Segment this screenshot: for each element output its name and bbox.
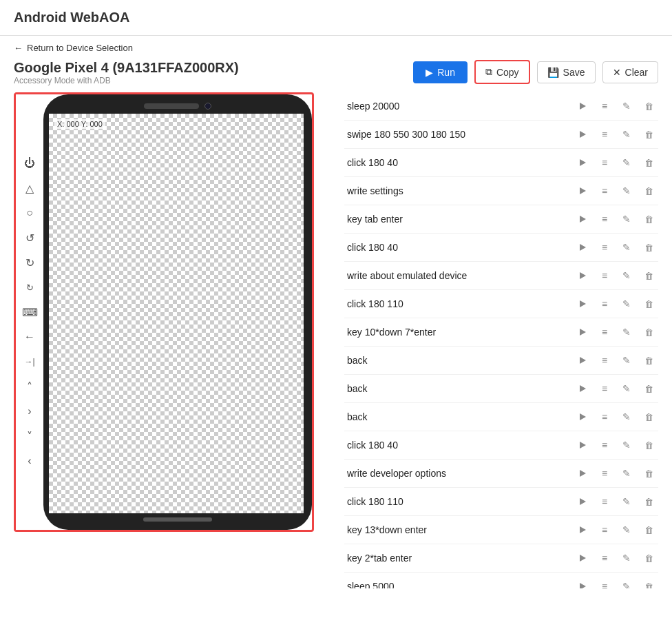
command-edit-btn[interactable]: ✎ xyxy=(617,379,636,398)
home-btn[interactable]: ○ xyxy=(20,203,39,223)
command-delete-btn[interactable]: 🗑 xyxy=(639,464,658,483)
up-btn[interactable]: ˄ xyxy=(20,377,39,396)
command-menu-btn[interactable]: ≡ xyxy=(595,96,614,116)
command-edit-btn[interactable]: ✎ xyxy=(617,548,636,568)
command-delete-btn[interactable]: 🗑 xyxy=(639,407,658,426)
back-btn[interactable]: △ xyxy=(20,178,39,198)
collapse-btn[interactable]: ‹ xyxy=(20,451,39,471)
command-delete-btn[interactable]: 🗑 xyxy=(639,238,658,257)
command-text: sleep 5000 xyxy=(344,581,570,588)
command-edit-btn[interactable]: ✎ xyxy=(617,238,636,257)
phone-screen[interactable]: X: 000 Y: 000 xyxy=(49,114,304,513)
command-edit-btn[interactable]: ✎ xyxy=(617,322,636,342)
command-menu-btn[interactable]: ≡ xyxy=(595,577,614,588)
keyboard-btn[interactable]: ⌨ xyxy=(20,302,39,322)
command-edit-btn[interactable]: ✎ xyxy=(617,464,636,483)
command-menu-btn[interactable]: ≡ xyxy=(595,379,614,398)
command-menu-btn[interactable]: ≡ xyxy=(595,435,614,455)
command-text: back xyxy=(344,355,570,366)
command-menu-btn[interactable]: ≡ xyxy=(595,351,614,370)
command-delete-btn[interactable]: 🗑 xyxy=(639,294,658,313)
command-delete-btn[interactable]: 🗑 xyxy=(639,520,658,539)
run-button[interactable]: ▶ Run xyxy=(413,61,468,83)
command-menu-btn[interactable]: ≡ xyxy=(595,153,614,172)
right-end-btn[interactable]: →| xyxy=(20,352,39,371)
down-btn[interactable]: ˅ xyxy=(20,426,39,446)
command-run-btn[interactable] xyxy=(573,181,592,200)
rotate-cw2-btn[interactable]: ↻ xyxy=(20,278,39,297)
command-run-btn[interactable] xyxy=(573,520,592,539)
side-controls: ⏻ △ ○ ↺ ↻ ↻ ⌨ ← →| ˄ › ˅ ‹ xyxy=(16,94,43,530)
command-run-btn[interactable] xyxy=(573,209,592,229)
command-edit-btn[interactable]: ✎ xyxy=(617,266,636,285)
save-button[interactable]: 💾 Save xyxy=(537,61,596,83)
command-edit-btn[interactable]: ✎ xyxy=(617,294,636,313)
command-menu-btn[interactable]: ≡ xyxy=(595,520,614,539)
command-text: click 180 40 xyxy=(344,157,570,168)
command-delete-btn[interactable]: 🗑 xyxy=(639,577,658,588)
command-edit-btn[interactable]: ✎ xyxy=(617,492,636,511)
right-btn[interactable]: › xyxy=(20,402,39,421)
command-run-btn[interactable] xyxy=(573,577,592,588)
back-to-device-selection-link[interactable]: ← Return to Device Selection xyxy=(0,36,672,60)
command-edit-btn[interactable]: ✎ xyxy=(617,209,636,229)
command-run-btn[interactable] xyxy=(573,351,592,370)
command-delete-btn[interactable]: 🗑 xyxy=(639,266,658,285)
command-run-btn[interactable] xyxy=(573,379,592,398)
command-edit-btn[interactable]: ✎ xyxy=(617,351,636,370)
rotate-cw-btn[interactable]: ↻ xyxy=(20,253,39,272)
command-delete-btn[interactable]: 🗑 xyxy=(639,322,658,342)
command-run-btn[interactable] xyxy=(573,294,592,313)
command-menu-btn[interactable]: ≡ xyxy=(595,548,614,568)
command-run-btn[interactable] xyxy=(573,492,592,511)
command-delete-btn[interactable]: 🗑 xyxy=(639,209,658,229)
command-edit-btn[interactable]: ✎ xyxy=(617,181,636,200)
command-row: write settings≡✎🗑 xyxy=(344,177,658,205)
clear-button[interactable]: ✕ Clear xyxy=(602,61,658,83)
command-menu-btn[interactable]: ≡ xyxy=(595,209,614,229)
command-delete-btn[interactable]: 🗑 xyxy=(639,96,658,116)
command-menu-btn[interactable]: ≡ xyxy=(595,181,614,200)
command-run-btn[interactable] xyxy=(573,464,592,483)
command-run-btn[interactable] xyxy=(573,266,592,285)
command-delete-btn[interactable]: 🗑 xyxy=(639,435,658,455)
phone-speaker xyxy=(144,103,199,109)
command-menu-btn[interactable]: ≡ xyxy=(595,492,614,511)
command-run-btn[interactable] xyxy=(573,125,592,144)
command-text: sleep 20000 xyxy=(344,101,570,112)
command-menu-btn[interactable]: ≡ xyxy=(595,238,614,257)
command-delete-btn[interactable]: 🗑 xyxy=(639,492,658,511)
rotate-ccw-btn[interactable]: ↺ xyxy=(20,228,39,247)
command-run-btn[interactable] xyxy=(573,548,592,568)
power-btn[interactable]: ⏻ xyxy=(20,154,39,173)
command-text: key 2*tab enter xyxy=(344,553,570,564)
command-delete-btn[interactable]: 🗑 xyxy=(639,125,658,144)
command-edit-btn[interactable]: ✎ xyxy=(617,520,636,539)
command-menu-btn[interactable]: ≡ xyxy=(595,294,614,313)
command-menu-btn[interactable]: ≡ xyxy=(595,125,614,144)
command-run-btn[interactable] xyxy=(573,407,592,426)
command-delete-btn[interactable]: 🗑 xyxy=(639,153,658,172)
command-delete-btn[interactable]: 🗑 xyxy=(639,181,658,200)
command-menu-btn[interactable]: ≡ xyxy=(595,464,614,483)
command-edit-btn[interactable]: ✎ xyxy=(617,407,636,426)
command-delete-btn[interactable]: 🗑 xyxy=(639,379,658,398)
left-arrow-btn[interactable]: ← xyxy=(20,327,39,347)
command-run-btn[interactable] xyxy=(573,153,592,172)
command-edit-btn[interactable]: ✎ xyxy=(617,125,636,144)
command-edit-btn[interactable]: ✎ xyxy=(617,435,636,455)
command-text: key tab enter xyxy=(344,214,570,225)
command-menu-btn[interactable]: ≡ xyxy=(595,407,614,426)
command-menu-btn[interactable]: ≡ xyxy=(595,266,614,285)
command-menu-btn[interactable]: ≡ xyxy=(595,322,614,342)
command-delete-btn[interactable]: 🗑 xyxy=(639,548,658,568)
command-delete-btn[interactable]: 🗑 xyxy=(639,351,658,370)
command-edit-btn[interactable]: ✎ xyxy=(617,96,636,116)
command-run-btn[interactable] xyxy=(573,96,592,116)
command-run-btn[interactable] xyxy=(573,238,592,257)
copy-button[interactable]: ⧉ Copy xyxy=(474,60,530,84)
command-run-btn[interactable] xyxy=(573,435,592,455)
command-edit-btn[interactable]: ✎ xyxy=(617,153,636,172)
command-run-btn[interactable] xyxy=(573,322,592,342)
command-edit-btn[interactable]: ✎ xyxy=(617,577,636,588)
